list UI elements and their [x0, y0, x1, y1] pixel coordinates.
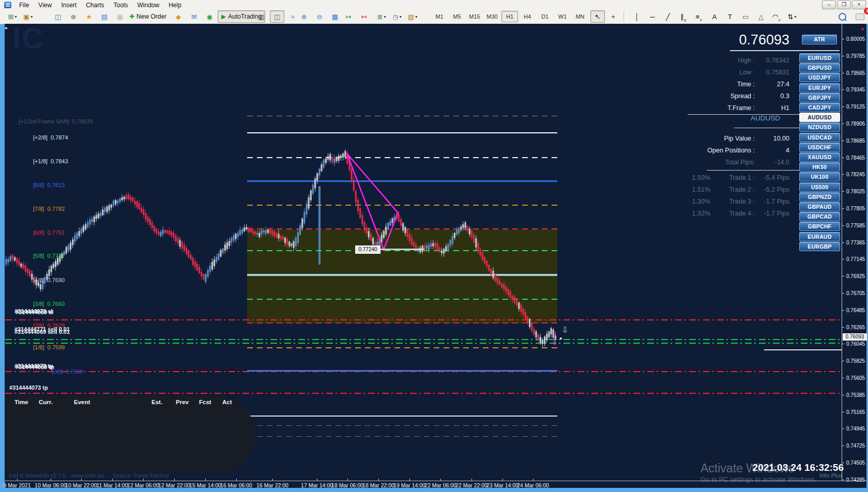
symbol-button-eurgbp[interactable]: EURGBP: [799, 242, 840, 251]
price-scale-label: 0.75825: [846, 358, 865, 364]
price-scale-label: 0.76485: [846, 308, 865, 313]
symbol-button-euraud[interactable]: EURAUD: [799, 232, 840, 241]
symbol-button-gbpusd[interactable]: GBPUSD: [799, 63, 840, 72]
price-scale-tick: [842, 242, 844, 243]
time-axis-label: 10 Mar 06:00: [35, 482, 67, 488]
time-axis-label: 10 Mar 22:00: [65, 482, 97, 488]
price-scale-tick: [842, 395, 844, 395]
news-footer-right: Source: Forex Factory: [113, 472, 169, 479]
price-scale-label: 0.78685: [846, 138, 865, 144]
pennant-shape[interactable]: [347, 153, 398, 250]
symbol-button-gbpchf[interactable]: GBPCHF: [799, 222, 840, 231]
murrey-level-label: [4/8] 0.7690: [33, 277, 65, 283]
activate-windows-subtext: Go to PC settings to activate Windows.: [701, 475, 817, 483]
symbol-button-gbpcad[interactable]: GBPCAD: [799, 212, 840, 221]
price-scale-tick: [842, 106, 844, 107]
price-scale-label: 0.77805: [846, 206, 865, 211]
close-indicator-icon[interactable]: ×: [861, 26, 864, 32]
price-scale-label: 0.74725: [846, 443, 865, 449]
symbol-button-eurjpy[interactable]: EURJPY: [799, 83, 840, 93]
symbol-button-uk100[interactable]: UK100: [799, 172, 840, 181]
symbol-button-eurusd[interactable]: EURUSD: [799, 53, 840, 63]
news-column-header: Curr.: [39, 399, 53, 405]
time-axis-tick: [533, 479, 534, 481]
time-axis-label: 18 Mar 06:00: [331, 482, 363, 488]
time-axis-tick: [471, 479, 472, 481]
price-scale-label: 0.76925: [846, 273, 865, 279]
price-scale-label: 0.78245: [846, 172, 865, 177]
time-axis-label: 23 Mar 14:00: [486, 482, 519, 488]
symbol-button-us500[interactable]: US500: [799, 182, 840, 192]
price-scale-tick: [842, 208, 844, 209]
time-axis-tick: [272, 479, 273, 481]
time-axis-tick: [378, 479, 379, 481]
price-scale-label: 0.76705: [846, 290, 865, 296]
symbol-button-gbpaud[interactable]: GBPAUD: [799, 202, 840, 211]
order-label: #314444089 sl: [16, 309, 53, 315]
price-scale-tick: [842, 327, 844, 328]
price-scale-tick: [842, 191, 844, 192]
time-axis-tick: [112, 479, 113, 481]
price-scale-label: 0.78465: [846, 155, 865, 161]
time-axis-label: 11 Mar 14:00: [96, 482, 128, 488]
price-scale-label: 0.75605: [846, 375, 865, 381]
time-axis-tick: [409, 479, 410, 481]
symbol-button-nzdusd[interactable]: NZDUSD: [799, 122, 840, 132]
price-scale-tick: [842, 293, 844, 294]
price-scale-tick: [842, 344, 844, 344]
price-scale-label: 0.78025: [846, 189, 865, 194]
news-column-header: Fcst: [199, 399, 211, 405]
symbol-button-cadjpy[interactable]: CADJPY: [799, 103, 840, 112]
murrey-level-label: [+1/3rd Frame Shift] 0.78939: [19, 118, 93, 125]
price-scale-tick: [842, 158, 844, 158]
order-label: #314444089 tp: [16, 364, 54, 370]
symbol-button-usdcad[interactable]: USDCAD: [799, 133, 840, 142]
time-axis-label: 9 Mar 2021: [3, 482, 31, 488]
time-axis-label: 19 Mar 14:00: [393, 482, 425, 488]
price-scale-label: 0.76045: [846, 341, 865, 347]
news-footer-left: IceFX NewsInfo v2.7.0 - www.icefx.eu: [9, 472, 104, 479]
symbol-button-xauusd[interactable]: XAUUSD: [799, 152, 840, 162]
symbol-button-gbpjpy[interactable]: GBPJPY: [799, 93, 840, 102]
current-price: 0.76093: [739, 32, 789, 48]
symbol-button-gbpnzd[interactable]: GBPNZD: [799, 192, 840, 202]
symbol-button-atr[interactable]: ATR: [802, 35, 837, 44]
price-scale-tick: [842, 412, 844, 412]
price-scale-tick: [842, 378, 844, 378]
price-scale-tick: [842, 39, 844, 39]
news-column-header: Time: [14, 399, 28, 405]
time-axis-tick: [502, 479, 503, 481]
price-scale-tick: [842, 56, 844, 56]
time-axis-tick: [81, 479, 82, 481]
price-scale-label: 0.74945: [846, 426, 865, 432]
symbol-button-usdjpy[interactable]: USDJPY: [799, 73, 840, 82]
murrey-level-label: [5/8] 0.7721: [33, 253, 65, 259]
symbol-button-usdchf[interactable]: USDCHF: [799, 143, 840, 152]
price-scale-tick: [842, 73, 844, 73]
price-scale-label: 0.76265: [846, 325, 865, 330]
murrey-level-label: [3/8] 0.7660: [33, 301, 65, 307]
mt4-window: { "menu": {"items": ["File","View","Inse…: [0, 0, 868, 492]
murrey-level-label: [0/8] 0.7568: [52, 368, 83, 375]
time-axis-tick: [51, 479, 51, 481]
time-axis-label: 18 Mar 22:00: [362, 482, 394, 488]
murrey-level-label: [6/8] 0.7751: [33, 229, 65, 236]
price-scale-label: 0.77585: [846, 223, 865, 228]
time-axis-tick: [440, 479, 441, 481]
murrey-level-label: [7/8] 0.7782: [33, 206, 65, 212]
panel-expand-arrow-icon[interactable]: ▸: [5, 25, 8, 30]
symbol-button-audusd[interactable]: AUDUSD: [799, 113, 840, 122]
time-axis-tick: [236, 479, 237, 481]
price-scale-label: 0.79125: [846, 104, 865, 110]
symbol-button-hk50[interactable]: HK50: [799, 162, 840, 172]
price-scale-tick: [842, 428, 844, 429]
symbol-title: AUDUSD: [751, 114, 780, 122]
time-axis-label: 24 Mar 06:00: [517, 482, 549, 488]
tick-dot: [560, 337, 562, 340]
time-axis-label: 17 Mar 14:00: [301, 482, 333, 488]
divider: [730, 50, 840, 51]
price-scale-tick: [842, 124, 844, 124]
time-axis-label: 15 Mar 14:00: [189, 482, 221, 488]
sell-arrow-icon: ⇩: [561, 325, 568, 335]
price-scale-label: 0.78905: [846, 121, 865, 127]
